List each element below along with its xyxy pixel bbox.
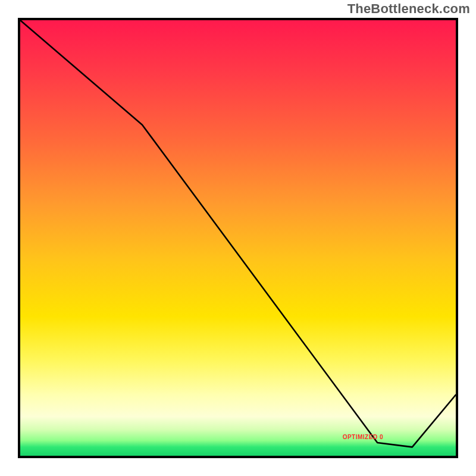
chart-svg <box>20 20 456 456</box>
chart-frame: TheBottleneck.com OPTIMIZED 0 <box>0 0 476 476</box>
watermark-text: TheBottleneck.com <box>347 1 470 17</box>
plot-area: OPTIMIZED 0 <box>18 18 458 458</box>
series-line <box>20 20 456 447</box>
optimized-annotation: OPTIMIZED 0 <box>343 434 383 440</box>
